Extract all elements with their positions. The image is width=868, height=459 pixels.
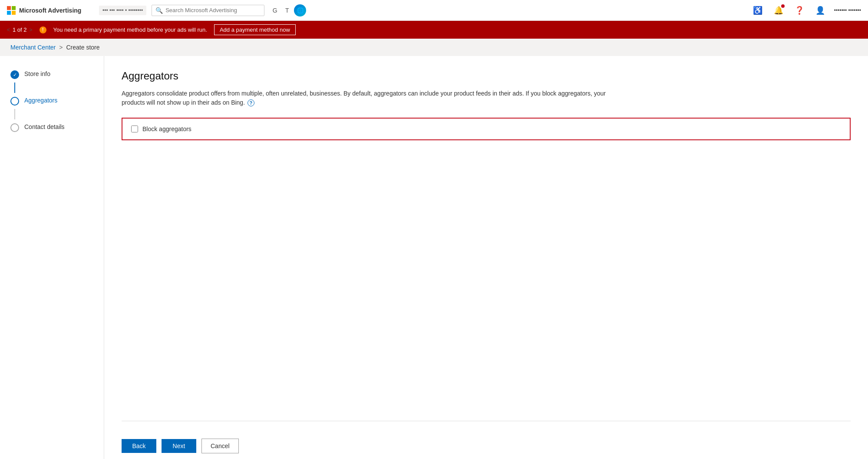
breadcrumb: Merchant Center > Create store xyxy=(0,39,868,56)
main-content: Aggregators Aggregators consolidate prod… xyxy=(104,56,868,459)
cancel-button[interactable]: Cancel xyxy=(201,439,239,453)
accessibility-icon[interactable]: ♿ xyxy=(751,3,765,17)
step-indicator-contact-details xyxy=(10,123,19,132)
globe-icon[interactable]: 🌐 xyxy=(294,4,306,17)
account-selector[interactable]: ••• ••• •••• • •••••••• xyxy=(99,6,146,15)
account-name-text: ••• ••• •••• • •••••••• xyxy=(102,7,143,13)
help-icon[interactable]: ❓ xyxy=(792,3,806,17)
microsoft-logo-icon xyxy=(7,6,16,15)
sidebar-connector-2 xyxy=(14,109,15,119)
step-indicator: < 1 of 2 > xyxy=(7,26,33,33)
prev-step-icon[interactable]: < xyxy=(7,27,10,33)
sidebar-label-contact-details: Contact details xyxy=(24,123,65,130)
info-icon[interactable]: ? xyxy=(248,99,254,106)
step-text: 1 of 2 xyxy=(13,26,27,33)
block-aggregators-checkbox-container[interactable]: Block aggregators xyxy=(122,118,851,140)
main-layout: ✓ Store info Aggregators Contact details… xyxy=(0,56,868,459)
description-text: Aggregators consolidate product offers f… xyxy=(122,90,606,106)
alert-banner: < 1 of 2 > ! You need a primary payment … xyxy=(0,21,868,39)
sidebar-label-store-info: Store info xyxy=(24,70,50,77)
search-bar[interactable]: 🔍 xyxy=(152,5,264,16)
sidebar: ✓ Store info Aggregators Contact details xyxy=(0,56,104,459)
user-account-icon[interactable]: 👤 xyxy=(813,3,827,17)
sidebar-item-aggregators[interactable]: Aggregators xyxy=(0,93,104,109)
user-name-text: ••••••• ••••••• xyxy=(834,7,861,13)
notifications-icon[interactable]: 🔔 xyxy=(772,3,785,17)
top-navigation: Microsoft Advertising ••• ••• •••• • •••… xyxy=(0,0,868,21)
shortcut-t-icon[interactable]: T xyxy=(282,5,292,16)
sidebar-label-aggregators: Aggregators xyxy=(24,96,57,104)
block-aggregators-checkbox[interactable] xyxy=(131,125,138,132)
page-title: Aggregators xyxy=(122,70,851,82)
sidebar-item-store-info[interactable]: ✓ Store info xyxy=(0,66,104,83)
alert-message: You need a primary payment method before… xyxy=(53,26,207,33)
breadcrumb-separator: > xyxy=(59,44,63,51)
breadcrumb-current: Create store xyxy=(66,44,99,51)
search-icon: 🔍 xyxy=(155,7,163,14)
step-indicator-store-info: ✓ xyxy=(10,70,19,79)
app-logo[interactable]: Microsoft Advertising xyxy=(7,6,94,15)
step-indicator-aggregators xyxy=(10,97,19,106)
next-button[interactable]: Next xyxy=(162,439,196,453)
add-payment-button[interactable]: Add a payment method now xyxy=(214,24,296,35)
page-description: Aggregators consolidate product offers f… xyxy=(122,89,625,107)
app-name: Microsoft Advertising xyxy=(19,7,81,14)
bottom-actions: Back Next Cancel xyxy=(122,421,851,453)
nav-icons-group: ♿ 🔔 ❓ 👤 ••••••• ••••••• xyxy=(751,3,861,17)
notification-badge xyxy=(781,4,785,8)
block-aggregators-label: Block aggregators xyxy=(142,125,191,132)
sidebar-connector-1 xyxy=(14,83,15,93)
user-info[interactable]: ••••••• ••••••• xyxy=(834,7,861,13)
shortcut-g-icon[interactable]: G xyxy=(270,5,280,16)
warning-icon: ! xyxy=(40,26,46,33)
keyboard-shortcut-icons: G T 🌐 xyxy=(270,4,306,17)
back-button[interactable]: Back xyxy=(122,439,156,453)
sidebar-item-contact-details[interactable]: Contact details xyxy=(0,119,104,135)
next-step-icon[interactable]: > xyxy=(30,27,33,33)
breadcrumb-parent-link[interactable]: Merchant Center xyxy=(10,44,56,51)
search-input[interactable] xyxy=(165,7,261,13)
